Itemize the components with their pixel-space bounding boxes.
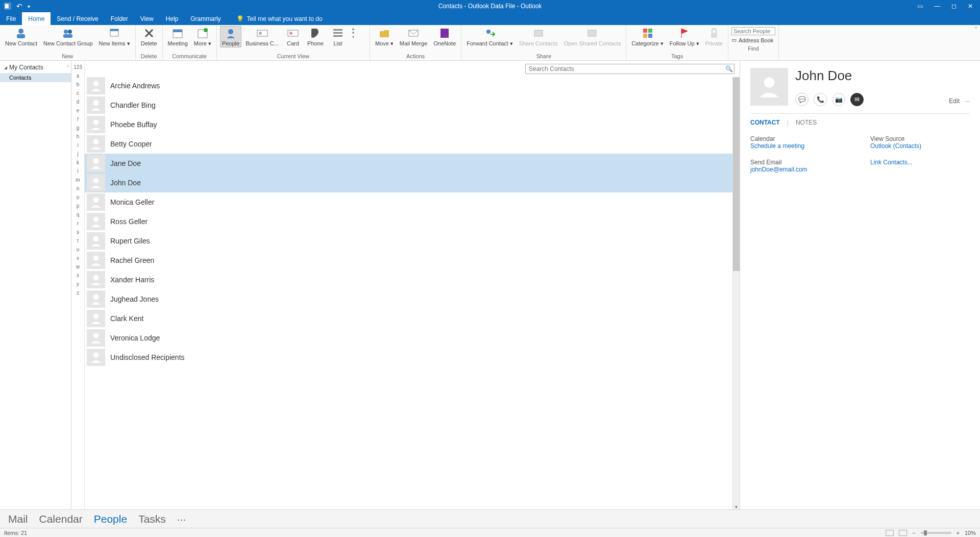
delete-button[interactable]: Delete <box>139 26 159 47</box>
alpha-t[interactable]: t <box>71 236 84 245</box>
search-contacts-input[interactable] <box>526 65 724 72</box>
contact-row[interactable]: Jane Doe <box>85 154 740 173</box>
nav-people[interactable]: People <box>94 513 127 525</box>
contact-row[interactable]: Archie Andrews <box>85 76 740 95</box>
scroll-down-icon[interactable]: ▼ <box>733 505 740 509</box>
view-card-button[interactable]: Card <box>283 26 303 47</box>
close-icon[interactable]: ✕ <box>968 3 973 10</box>
source-link[interactable]: Outlook (Contacts) <box>870 142 970 150</box>
zoom-in-icon[interactable]: + <box>957 530 960 536</box>
video-icon[interactable]: 📷 <box>832 93 845 106</box>
collapse-ribbon-icon[interactable]: ⌃ <box>974 26 978 32</box>
alpha-l[interactable]: l <box>71 167 84 176</box>
alpha-y[interactable]: y <box>71 280 84 288</box>
undo-icon[interactable]: ↶ <box>16 2 22 10</box>
private-button[interactable]: Private <box>703 26 725 47</box>
contact-row[interactable]: Phoebe Buffay <box>85 115 740 134</box>
mail-merge-button[interactable]: Mail Merge <box>398 26 429 47</box>
more-button[interactable]: More ▾ <box>192 26 213 47</box>
new-contact-button[interactable]: New Contact <box>3 26 39 47</box>
share-contacts-button[interactable]: Share Contacts <box>517 26 560 47</box>
contact-row[interactable]: John Doe <box>85 173 740 192</box>
contact-row[interactable]: Ross Geller <box>85 212 740 231</box>
edit-button[interactable]: Edit <box>949 97 960 105</box>
alpha-e[interactable]: e <box>71 106 84 115</box>
contact-row[interactable]: Undisclosed Recipients <box>85 348 740 367</box>
alpha-o[interactable]: o <box>71 193 84 202</box>
new-items-button[interactable]: New Items ▾ <box>97 26 132 47</box>
alpha-d[interactable]: d <box>71 97 84 106</box>
alpha-p[interactable]: p <box>71 202 84 210</box>
meeting-button[interactable]: Meeting <box>166 26 190 47</box>
minimize-icon[interactable]: — <box>934 3 940 10</box>
alpha-n[interactable]: n <box>71 184 84 193</box>
search-contacts-box[interactable]: 🔍 <box>525 64 734 74</box>
tab-help[interactable]: Help <box>160 12 185 25</box>
nav-mail[interactable]: Mail <box>8 513 28 525</box>
nav-tasks[interactable]: Tasks <box>138 513 166 525</box>
onenote-button[interactable]: OneNote <box>431 26 458 47</box>
more-options-icon[interactable]: ··· <box>965 97 970 105</box>
contact-email-link[interactable]: johnDoe@email.com <box>750 166 850 173</box>
phone-icon[interactable]: 📞 <box>814 93 827 106</box>
alpha-m[interactable]: m <box>71 176 84 184</box>
tab-file[interactable]: File <box>0 12 22 25</box>
alpha-c[interactable]: c <box>71 89 84 97</box>
tab-home[interactable]: Home <box>22 12 51 25</box>
search-icon[interactable]: 🔍 <box>724 65 734 72</box>
tab-grammarly[interactable]: Grammarly <box>184 12 227 25</box>
zoom-slider[interactable] <box>921 532 951 534</box>
im-icon[interactable]: 💬 <box>795 93 808 106</box>
alpha-i[interactable]: i <box>71 141 84 150</box>
alpha-v[interactable]: v <box>71 254 84 262</box>
nav-calendar[interactable]: Calendar <box>39 513 83 525</box>
view-reading-icon[interactable] <box>899 530 907 536</box>
email-icon[interactable]: ✉ <box>850 93 864 106</box>
alpha-g[interactable]: g <box>71 124 84 132</box>
address-book-button[interactable]: ▭ Address Book <box>731 37 775 43</box>
alpha-j[interactable]: j <box>71 150 84 158</box>
ribbon-display-icon[interactable]: ▭ <box>917 3 923 10</box>
scroll-thumb[interactable] <box>733 77 740 271</box>
contact-row[interactable]: Betty Cooper <box>85 134 740 154</box>
categorize-button[interactable]: Categorize ▾ <box>629 26 665 47</box>
view-people-button[interactable]: People <box>220 26 241 47</box>
contact-row[interactable]: Monica Geller <box>85 192 740 212</box>
alpha-w[interactable]: w <box>71 262 84 271</box>
contact-row[interactable]: Rachel Green <box>85 251 740 270</box>
link-contacts-link[interactable]: Link Contacts... <box>870 159 970 166</box>
alpha-123[interactable]: 123 <box>71 63 84 71</box>
tab-send-receive[interactable]: Send / Receive <box>51 12 104 25</box>
alpha-x[interactable]: x <box>71 271 84 280</box>
view-business-card-button[interactable]: Business C... <box>243 26 281 47</box>
tell-me-input[interactable]: Tell me what you want to do <box>247 15 323 22</box>
open-shared-contacts-button[interactable]: Open Shared Contacts <box>561 26 623 47</box>
alpha-b[interactable]: b <box>71 80 84 89</box>
detail-tab-notes[interactable]: NOTES <box>796 119 817 126</box>
my-contacts-header[interactable]: My Contacts <box>0 61 71 73</box>
scrollbar[interactable]: ▲ ▼ <box>732 77 740 509</box>
follow-up-button[interactable]: Follow Up ▾ <box>668 26 701 47</box>
maximize-icon[interactable]: ◻ <box>951 3 957 10</box>
schedule-meeting-link[interactable]: Schedule a meeting <box>750 142 850 150</box>
move-button[interactable]: Move ▾ <box>373 26 396 47</box>
new-contact-group-button[interactable]: New Contact Group <box>41 26 95 47</box>
view-gallery-spinner[interactable]: ▲▼▾ <box>350 26 356 40</box>
qat-customize-icon[interactable]: ▾ <box>28 4 30 9</box>
contact-row[interactable]: Veronica Lodge <box>85 328 740 348</box>
contact-row[interactable]: Chandler Bing <box>85 95 740 115</box>
collapse-folder-pane-icon[interactable]: ‹ <box>67 63 69 68</box>
view-phone-button[interactable]: Phone <box>305 26 326 47</box>
zoom-out-icon[interactable]: − <box>912 530 915 536</box>
alpha-f[interactable]: f <box>71 115 84 124</box>
contact-row[interactable]: Clark Kent <box>85 309 740 328</box>
alpha-r[interactable]: r <box>71 219 84 228</box>
forward-contact-button[interactable]: Forward Contact ▾ <box>464 26 514 47</box>
contact-row[interactable]: Rupert Giles <box>85 231 740 251</box>
contact-row[interactable]: Xander Harris <box>85 270 740 289</box>
view-list-button[interactable]: List <box>328 26 348 47</box>
alpha-a[interactable]: a <box>71 71 84 80</box>
alpha-k[interactable]: k <box>71 158 84 167</box>
alpha-h[interactable]: h <box>71 132 84 141</box>
alpha-u[interactable]: u <box>71 245 84 254</box>
